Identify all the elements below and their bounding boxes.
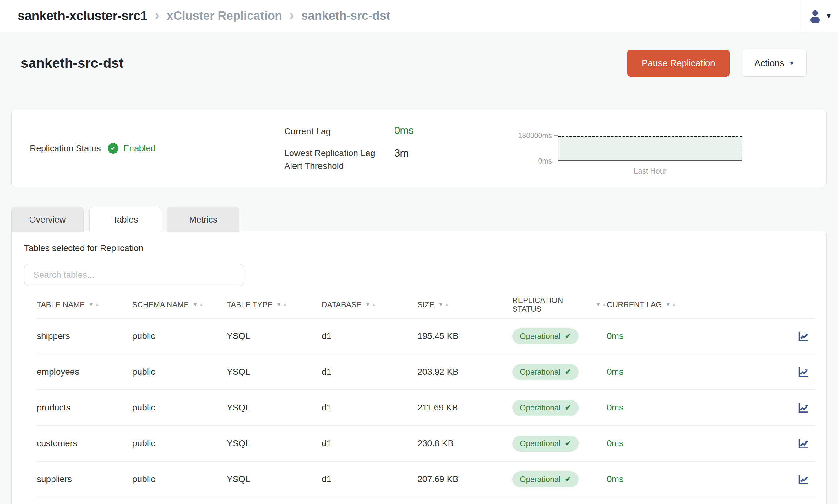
status-badge: Operational ✔ [512,364,579,380]
sort-desc-icon: ▼ [596,302,601,307]
cell-replication-status: Operational ✔ [512,328,607,344]
status-badge-label: Operational [520,403,560,412]
sort-asc-icon: ▲ [671,302,677,307]
page-header: sanketh-src-dst Pause Replication Action… [0,32,838,76]
cell-database: d1 [321,367,417,377]
lag-chart-xlabel: Last Hour [558,167,742,176]
pause-replication-button[interactable]: Pause Replication [627,50,730,76]
alert-threshold-value: 3m [394,147,408,159]
sort-icons: ▼ ▲ [365,302,376,307]
check-icon: ✔ [565,332,571,341]
column-header-label: REPLICATION STATUS [512,296,592,313]
sort-asc-icon: ▲ [94,302,100,307]
lag-graph-button[interactable] [797,437,815,450]
column-header[interactable]: SCHEMA NAME ▼ ▲ [132,300,227,309]
status-badge: Operational ✔ [512,436,579,452]
check-icon: ✔ [565,475,571,484]
breadcrumb-separator: › [155,8,159,22]
cell-table-name: products [37,403,132,413]
search-input[interactable] [24,264,244,286]
tables-panel: Tables selected for Replication TABLE NA… [11,231,827,504]
column-header[interactable]: TABLE TYPE ▼ ▲ [227,300,321,309]
lag-graph-button[interactable] [797,366,815,378]
status-badge: Operational ✔ [512,400,579,416]
table-row: shippers public YSQL d1 195.45 KB Operat… [37,319,815,354]
cell-table-name: shippers [37,331,132,341]
tab-tables[interactable]: Tables [89,207,161,232]
cell-replication-status: Operational ✔ [512,400,607,416]
column-header-label: CURRENT LAG [607,300,662,309]
chart-line-icon [797,437,810,450]
cell-database: d1 [321,331,417,341]
sort-asc-icon: ▲ [602,302,607,307]
tab-overview[interactable]: Overview [11,207,84,232]
column-header[interactable]: REPLICATION STATUS ▼ ▲ [512,296,607,313]
actions-button-label: Actions [754,58,784,68]
breadcrumb-separator: › [290,8,294,22]
cell-schema-name: public [132,438,227,448]
cell-database: d1 [321,438,417,448]
status-badge-label: Operational [520,439,560,448]
sort-asc-icon: ▲ [444,302,450,307]
chart-line-icon [797,366,810,378]
chevron-down-icon: ▾ [790,59,794,68]
column-header[interactable]: CURRENT LAG ▼ ▲ [607,300,682,309]
cell-table-type: YSQL [227,403,321,413]
sort-icons: ▼ ▲ [276,302,287,307]
cell-schema-name: public [132,474,227,484]
sort-asc-icon: ▲ [199,302,204,307]
tables-section-heading: Tables selected for Replication [24,243,826,253]
cell-table-type: YSQL [227,331,321,341]
table-header-row: TABLE NAME ▼ ▲ SCHEMA NAME ▼ ▲ TABLE TYP… [37,291,815,319]
breadcrumb-cluster-link[interactable]: sanketh-xcluster-src1 [18,8,147,23]
cell-table-type: YSQL [227,367,321,377]
cell-current-lag: 0ms [607,403,682,413]
cell-table-name: employees [37,367,132,377]
breadcrumb-section-link[interactable]: xCluster Replication [167,9,282,23]
actions-button[interactable]: Actions ▾ [741,50,807,76]
sort-desc-icon: ▼ [89,302,93,307]
current-lag-label: Current Lag [284,126,331,137]
cell-current-lag: 0ms [607,474,682,484]
lag-sparkline-chart [558,136,742,161]
cell-table-type: YSQL [227,474,321,484]
lag-graph-button[interactable] [797,330,815,342]
cell-size: 211.69 KB [417,403,512,413]
tab-label: Metrics [189,215,217,225]
chevron-down-icon: ▾ [827,11,831,21]
tab-label: Tables [113,215,138,225]
column-header[interactable]: TABLE NAME ▼ ▲ [37,300,132,309]
replication-status-label: Replication Status [30,143,101,154]
check-icon: ✔ [565,439,571,448]
cell-table-type: YSQL [227,438,321,448]
lag-graph-button[interactable] [797,473,815,485]
cell-replication-status: Operational ✔ [512,436,607,452]
cell-current-lag: 0ms [607,438,682,448]
topbar: sanketh-xcluster-src1 › xCluster Replica… [0,0,838,32]
lag-graph-button[interactable] [797,401,815,414]
column-header-label: TABLE TYPE [227,300,273,309]
cell-size: 195.45 KB [417,331,512,341]
tab-metrics[interactable]: Metrics [167,207,239,232]
status-badge-label: Operational [520,475,560,484]
cell-replication-status: Operational ✔ [512,471,607,487]
column-header-label: SCHEMA NAME [132,300,189,309]
cell-size: 203.92 KB [417,367,512,377]
sort-desc-icon: ▼ [276,302,281,307]
user-menu[interactable]: ▾ [800,0,838,32]
cell-replication-status: Operational ✔ [512,364,607,380]
replication-status-card: Replication Status ✔ Enabled Current Lag… [11,110,827,187]
sort-icons: ▼ ▲ [89,302,100,307]
alert-threshold-label: Lowest Replication Lag Alert Threshold [284,147,376,172]
table-row: employees public YSQL d1 203.92 KB Opera… [37,354,815,390]
replication-tables-table: TABLE NAME ▼ ▲ SCHEMA NAME ▼ ▲ TABLE TYP… [37,291,815,498]
sort-desc-icon: ▼ [666,302,670,307]
lag-chart-ymin-label: 0ms [500,157,552,165]
cell-current-lag: 0ms [607,367,682,377]
column-header[interactable]: DATABASE ▼ ▲ [321,300,417,309]
cell-table-name: customers [37,438,132,448]
column-header[interactable]: SIZE ▼ ▲ [417,300,512,309]
status-badge-label: Operational [520,332,560,341]
breadcrumb: sanketh-xcluster-src1 › xCluster Replica… [18,8,390,23]
replication-status: Replication Status ✔ Enabled [30,143,156,154]
